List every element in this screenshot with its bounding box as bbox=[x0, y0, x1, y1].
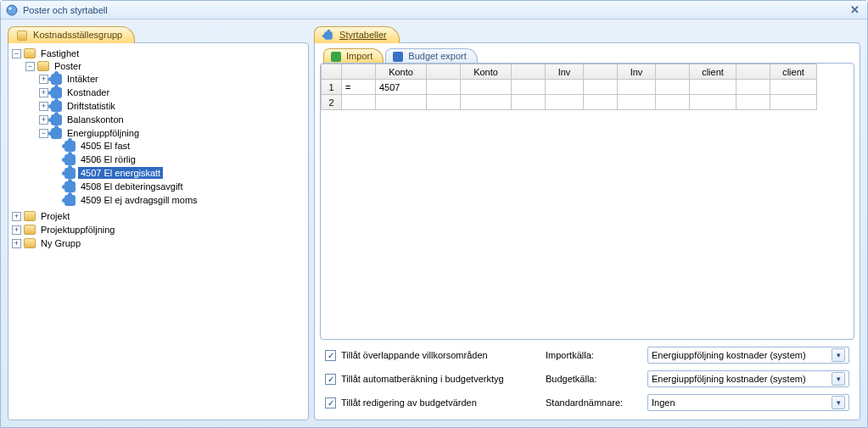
chk-auto-row[interactable]: ✓ Tillåt automatberäkning i budgetverkty… bbox=[325, 374, 537, 385]
tree-node-projekt[interactable]: + Projekt bbox=[12, 210, 305, 222]
grid-row[interactable]: 1 = 4507 bbox=[322, 80, 817, 95]
chevron-down-icon[interactable]: ▾ bbox=[832, 396, 845, 409]
grid-cell[interactable] bbox=[427, 80, 461, 95]
grid-cell[interactable] bbox=[461, 80, 512, 95]
svg-point-1 bbox=[9, 7, 12, 9]
piece-icon bbox=[51, 128, 62, 139]
grid-cell[interactable] bbox=[584, 95, 618, 110]
checkbox-icon[interactable]: ✓ bbox=[325, 374, 336, 385]
grid-header[interactable]: Konto bbox=[376, 64, 427, 80]
budgetkalla-select[interactable]: Energiuppföljning kostnader (system) ▾ bbox=[647, 370, 849, 387]
grid-cell[interactable] bbox=[656, 95, 690, 110]
grid-cell[interactable] bbox=[342, 95, 376, 110]
tree-node-4509[interactable]: 4509 El ej avdragsgill moms bbox=[53, 194, 305, 206]
grid-header[interactable] bbox=[656, 64, 690, 80]
expander-icon[interactable]: − bbox=[25, 62, 35, 71]
spacer bbox=[53, 182, 62, 192]
grid-cell[interactable] bbox=[736, 95, 770, 110]
tree-node-ny-grupp[interactable]: + Ny Grupp bbox=[12, 237, 305, 249]
grid-cell[interactable] bbox=[427, 95, 461, 110]
expander-icon[interactable]: − bbox=[39, 129, 48, 138]
folder-icon bbox=[24, 211, 36, 221]
tree-node-intakter[interactable]: + Intäkter bbox=[39, 73, 305, 85]
tree-node-balanskonton[interactable]: + Balanskonton bbox=[39, 114, 305, 125]
grid-cell[interactable] bbox=[512, 95, 546, 110]
close-button[interactable]: ✕ bbox=[847, 3, 862, 17]
chk-edit-row[interactable]: ✓ Tillåt redigering av budgetvärden bbox=[325, 397, 537, 409]
grid-cell[interactable] bbox=[376, 95, 427, 110]
tree-node-energi[interactable]: − Energiuppföljning bbox=[39, 127, 305, 139]
grid-header[interactable] bbox=[342, 64, 376, 80]
expander-icon[interactable]: − bbox=[12, 49, 21, 58]
grid-cell[interactable] bbox=[656, 80, 690, 95]
tree-label: Ny Grupp bbox=[38, 237, 83, 249]
tree-node-4507[interactable]: 4507 El energiskatt bbox=[53, 167, 305, 179]
subtab-budget[interactable]: Budget export bbox=[385, 48, 478, 64]
grid-cell[interactable] bbox=[618, 80, 656, 95]
tree-label: 4505 El fast bbox=[78, 140, 132, 152]
standardnamnare-select[interactable]: Ingen ▾ bbox=[647, 394, 849, 411]
grid-row[interactable]: 2 bbox=[322, 95, 817, 110]
checkbox-icon[interactable]: ✓ bbox=[325, 350, 336, 361]
expander-icon[interactable]: + bbox=[12, 212, 21, 221]
tab-styrtabeller[interactable]: Styrtabeller bbox=[314, 26, 400, 43]
subtab-import-label: Import bbox=[346, 51, 372, 61]
subtab-import[interactable]: Import bbox=[323, 48, 384, 64]
piece-icon bbox=[64, 195, 76, 206]
tree-label: Fastighet bbox=[38, 47, 81, 59]
chevron-down-icon[interactable]: ▾ bbox=[832, 348, 845, 362]
grid-cell[interactable] bbox=[584, 80, 618, 95]
svg-point-0 bbox=[7, 5, 17, 15]
grid-cell[interactable]: = bbox=[342, 80, 376, 95]
tree-node-driftstatistik[interactable]: + Driftstatistik bbox=[39, 100, 305, 112]
grid-cell[interactable] bbox=[546, 95, 584, 110]
tree-node-poster[interactable]: − Poster bbox=[25, 60, 305, 72]
grid-cell[interactable] bbox=[512, 80, 546, 95]
grid-header[interactable]: client bbox=[770, 64, 817, 80]
grid-cell[interactable] bbox=[461, 95, 512, 110]
grid-cell[interactable]: 4507 bbox=[376, 80, 427, 95]
chevron-down-icon[interactable]: ▾ bbox=[832, 372, 845, 386]
grid-cell[interactable] bbox=[546, 80, 584, 95]
expander-icon[interactable]: + bbox=[39, 88, 48, 97]
right-panel: Styrtabeller Import Budget export bbox=[314, 26, 860, 420]
grid-cell[interactable] bbox=[736, 80, 770, 95]
expander-icon[interactable]: + bbox=[12, 239, 21, 248]
piece-icon bbox=[51, 87, 62, 98]
grid-cell[interactable] bbox=[618, 95, 656, 110]
subtab-row: Import Budget export bbox=[320, 48, 854, 64]
tree-node-projektupp[interactable]: + Projektuppföljning bbox=[12, 224, 305, 236]
grid-rowhead[interactable]: 1 bbox=[322, 80, 342, 95]
expander-icon[interactable]: + bbox=[39, 75, 48, 84]
grid-header[interactable]: Inv bbox=[618, 64, 656, 80]
grid-cell[interactable] bbox=[770, 80, 817, 95]
chk-overlap-row[interactable]: ✓ Tillåt överlappande villkorsområden bbox=[325, 350, 537, 361]
tree-node-4508[interactable]: 4508 El debiteringsavgift bbox=[53, 181, 305, 192]
right-body: Import Budget export Konto bbox=[314, 42, 860, 420]
checkbox-icon[interactable]: ✓ bbox=[325, 397, 336, 409]
tree-node-4505[interactable]: 4505 El fast bbox=[53, 140, 305, 152]
importkalla-select[interactable]: Energiuppföljning kostnader (system) ▾ bbox=[647, 347, 849, 364]
grid-header[interactable]: client bbox=[690, 64, 736, 80]
tree-node-fastighet[interactable]: − Fastighet bbox=[12, 47, 305, 59]
grid[interactable]: Konto Konto Inv Inv client client bbox=[321, 64, 817, 110]
expander-icon[interactable]: + bbox=[39, 115, 48, 125]
tree-node-kostnader[interactable]: + Kostnader bbox=[39, 86, 305, 98]
grid-header[interactable] bbox=[427, 64, 461, 80]
grid-rowhead[interactable]: 2 bbox=[322, 95, 342, 110]
expander-icon[interactable]: + bbox=[12, 225, 21, 235]
tree-node-4506[interactable]: 4506 El rörlig bbox=[53, 153, 305, 165]
tree-label: Poster bbox=[52, 60, 84, 72]
import-icon bbox=[331, 52, 341, 62]
grid-cell[interactable] bbox=[690, 80, 736, 95]
grid-header[interactable] bbox=[584, 64, 618, 80]
grid-header[interactable]: Konto bbox=[461, 64, 512, 80]
grid-header[interactable] bbox=[512, 64, 546, 80]
grid-header[interactable] bbox=[736, 64, 770, 80]
expander-icon[interactable]: + bbox=[39, 102, 48, 111]
grid-cell[interactable] bbox=[690, 95, 736, 110]
tree[interactable]: − Fastighet − Poster bbox=[12, 47, 305, 250]
grid-header[interactable]: Inv bbox=[546, 64, 584, 80]
grid-cell[interactable] bbox=[770, 95, 817, 110]
tab-kostnad[interactable]: Kostnadsställesgrupp bbox=[8, 26, 135, 43]
